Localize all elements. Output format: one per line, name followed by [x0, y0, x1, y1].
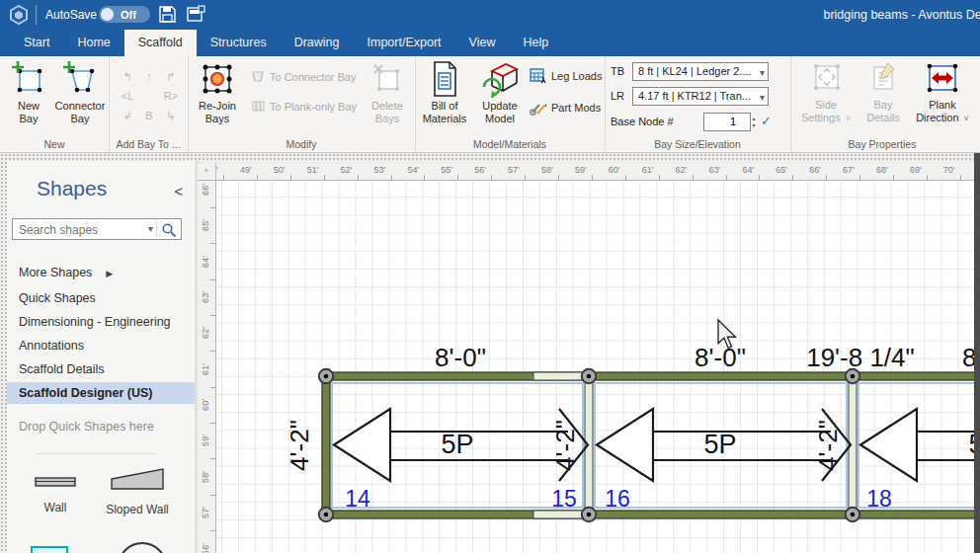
base-node-spin-up-icon[interactable]: ▴ — [749, 116, 759, 121]
search-icon[interactable] — [161, 222, 177, 238]
ribbon-group-new: New Bay Connector Bay New — [0, 56, 110, 152]
save-as-icon[interactable] — [186, 5, 205, 24]
horizontal-ruler: 48'49'50'51'52'53'54'55'56'57'58'59'60'6… — [198, 163, 974, 181]
bay-details-button[interactable]: Bay Details — [858, 60, 909, 124]
stencil-quick-shapes[interactable]: Quick Shapes — [7, 287, 195, 309]
tab-view[interactable]: View — [455, 30, 510, 56]
shape-search-box: ▾ — [12, 218, 182, 240]
hruler-tick — [558, 175, 559, 180]
hruler-label: 63' — [709, 165, 721, 175]
hruler-label: 70' — [943, 165, 955, 175]
add-bay-down-right-icon[interactable]: ↳ — [160, 106, 182, 125]
new-bay-button[interactable]: New Bay — [4, 60, 53, 125]
bottom-ledger[interactable] — [322, 511, 974, 518]
vruler-label: 65' — [201, 212, 212, 238]
hruler-tick — [693, 175, 694, 180]
tab-import-export[interactable]: Import/Export — [354, 30, 455, 56]
bill-of-materials-button[interactable]: Bill of Materials — [417, 60, 472, 125]
shape-partial-leg[interactable] — [31, 546, 68, 553]
tab-start[interactable]: Start — [10, 30, 63, 56]
to-plank-only-bay-button[interactable]: To Plank-only Bay — [251, 100, 357, 113]
add-bay-down-icon[interactable]: B — [138, 106, 160, 125]
workspace: Shapes < ▾ More Shapes▶ Quick Shapes Dim… — [0, 153, 980, 553]
hruler-label: 52' — [341, 165, 353, 175]
app-logo-icon[interactable] — [8, 4, 30, 26]
delete-bays-icon — [370, 60, 404, 98]
rejoin-bays-button[interactable]: Re-Join Bays — [192, 60, 243, 125]
autosave-knob — [101, 8, 114, 21]
base-node-apply-icon[interactable]: ✓ — [761, 114, 772, 128]
hruler-label: 49' — [240, 165, 252, 175]
bay-details-icon — [866, 60, 900, 97]
hruler-label: 65' — [776, 165, 787, 175]
tab-scaffold[interactable]: Scaffold — [124, 30, 197, 56]
more-shapes-item[interactable]: More Shapes▶ — [7, 262, 195, 283]
shape-search-input[interactable] — [17, 220, 139, 240]
vruler-label: 66' — [201, 180, 212, 202]
ribbon-group-model-materials: Bill of Materials Update Model Leg Loads — [415, 56, 606, 152]
left-standard[interactable] — [322, 372, 330, 518]
hruler-tick — [726, 175, 727, 180]
autosave-label: AutoSave — [45, 8, 97, 22]
plank-direction-arrows[interactable] — [334, 409, 974, 481]
lr-label: LR — [611, 90, 624, 102]
lr-dropdown[interactable]: 4.17 ft | KTR12 | Tran... ▾ — [632, 87, 769, 106]
tab-home[interactable]: Home — [63, 30, 123, 56]
base-node-input[interactable]: 1 ▴ ▾ — [703, 113, 751, 131]
bridging-beam-top[interactable] — [533, 372, 586, 380]
hruler-label: 58' — [541, 165, 553, 175]
part-mods-icon — [530, 100, 546, 116]
leg-loads-button[interactable]: Leg Loads — [530, 68, 602, 84]
vruler-tick — [210, 423, 215, 424]
bridging-beam-bottom[interactable] — [533, 511, 586, 518]
tb-dropdown[interactable]: 8 ft | KL24 | Ledger 2.... ▾ — [632, 62, 769, 81]
drawing-page[interactable]: 8'-0" 8'-0" 19'-8 1/4" 8'-0" 4'-2" 4'-2"… — [215, 180, 974, 553]
tab-structures[interactable]: Structures — [197, 30, 281, 56]
ribbon: New Bay Connector Bay New ↰ ↑ ↱ <L R> ↲ … — [0, 56, 980, 153]
hruler-label: 51' — [307, 165, 319, 175]
update-model-button[interactable]: Update Model — [474, 60, 526, 125]
vruler-tick — [210, 495, 215, 496]
connector-bay-button[interactable]: Connector Bay — [53, 60, 107, 125]
shape-wall[interactable]: Wall — [12, 475, 99, 514]
stencil-scaffold-details[interactable]: Scaffold Details — [7, 358, 195, 380]
vertical-ruler: 66'65'64'63'62'61'60'59'58'57'56' — [198, 180, 216, 553]
bay1-width-dim: 8'-0" — [435, 343, 486, 372]
autosave-toggle[interactable]: Off — [99, 6, 150, 23]
add-bay-up-icon[interactable]: ↑ — [138, 66, 160, 86]
stencil-dimensioning-engineering[interactable]: Dimensioning - Engineering — [7, 311, 195, 333]
top-ledger[interactable] — [322, 372, 974, 380]
add-bay-up-right-icon[interactable]: ↱ — [160, 66, 182, 86]
hruler-tick — [759, 175, 760, 180]
tab-help[interactable]: Help — [509, 30, 562, 56]
collapse-panel-button[interactable]: < — [174, 183, 183, 199]
vruler-label: 62' — [201, 320, 212, 346]
shape-sloped-wall[interactable]: Sloped Wall — [94, 467, 181, 516]
add-bay-right-icon[interactable]: R> — [160, 86, 182, 106]
hruler-label: 54' — [407, 165, 419, 175]
side-settings-button[interactable]: Side Settings ˅ — [796, 60, 856, 124]
stencil-annotations[interactable]: Annotations — [7, 335, 195, 356]
tb-caret-icon: ▾ — [760, 64, 765, 81]
base-node-spin-down-icon[interactable]: ▾ — [749, 122, 759, 128]
vruler-label: 64' — [201, 249, 212, 275]
part-mods-button[interactable]: Part Mods — [530, 100, 601, 116]
tab-drawing[interactable]: Drawing — [281, 30, 354, 56]
more-shapes-arrow-icon: ▶ — [106, 269, 113, 278]
search-caret-icon[interactable]: ▾ — [148, 223, 153, 234]
save-icon[interactable] — [158, 5, 177, 24]
add-bay-direction-grid[interactable]: ↰ ↑ ↱ <L R> ↲ B ↳ — [117, 66, 182, 127]
connector-bay-icon — [62, 60, 98, 98]
hruler-label: 59' — [575, 165, 587, 175]
delete-bays-button[interactable]: Delete Bays — [364, 60, 411, 125]
drawing-canvas[interactable]: 8'-0" 8'-0" 19'-8 1/4" 8'-0" 4'-2" 4'-2"… — [215, 180, 974, 553]
sloped-wall-shape-icon — [110, 467, 165, 491]
plank-direction-button[interactable]: Plank Direction ˅ — [913, 60, 972, 124]
add-bay-up-left-icon[interactable]: ↰ — [117, 66, 138, 86]
vruler-label: 58' — [201, 464, 212, 490]
add-bay-left-icon[interactable]: <L — [117, 86, 138, 106]
to-connector-bay-button[interactable]: To Connector Bay — [251, 70, 356, 83]
stencil-scaffold-designer-us[interactable]: Scaffold Designer (US) — [7, 382, 195, 404]
add-bay-down-left-icon[interactable]: ↲ — [117, 106, 138, 125]
shape-partial-circle[interactable] — [118, 542, 167, 553]
